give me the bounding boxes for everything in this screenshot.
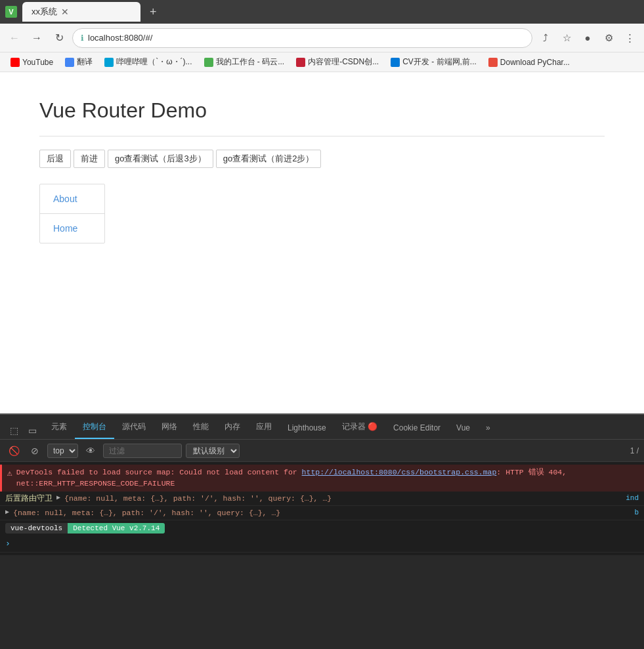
extension-icon[interactable]: ⚙ <box>599 29 618 47</box>
console-eye-icon[interactable]: 👁 <box>82 442 99 459</box>
url-bar[interactable]: ℹ localhost:8080/#/ <box>72 28 532 48</box>
router-link-home[interactable]: Home <box>40 214 104 243</box>
page-title: Vue Router Demo <box>39 98 605 123</box>
forward-history-button[interactable]: 前进 <box>74 150 105 168</box>
bookmark-gongzuotai-label: 我的工作台 - 码云... <box>216 56 285 68</box>
devtools-device-icon[interactable]: ▭ <box>24 422 41 439</box>
page-divider <box>39 136 605 136</box>
tab-elements[interactable]: 元素 <box>43 417 75 439</box>
log-prefix-1: 后置路由守卫 <box>5 493 53 504</box>
cv-favicon <box>391 58 400 67</box>
devtools-tab-icons: ⬚ ▭ <box>3 422 43 439</box>
devtools-tabs: ⬚ ▭ 元素 控制台 源代码 网络 性能 内存 应用 Lighthouse 记录… <box>0 415 644 440</box>
csdn-favicon <box>296 58 305 67</box>
toolbar-icons: ⤴ ☆ ● ⚙ ⋮ <box>536 29 639 47</box>
tab-network[interactable]: 网络 <box>154 417 185 439</box>
tab-label: xx系统 <box>32 6 57 18</box>
vue-devtools-badge: vue-devtools Detected Vue v2.7.14 <box>5 523 165 534</box>
bookmark-youtube-label: YouTube <box>22 58 53 67</box>
bilibili-favicon <box>104 58 114 67</box>
bookmark-youtube[interactable]: YouTube <box>5 56 58 69</box>
expand-arrow-1[interactable]: ▶ <box>56 493 60 503</box>
bookmark-cv[interactable]: CV开发 - 前端网,前... <box>385 54 482 70</box>
tab-memory[interactable]: 内存 <box>217 417 248 439</box>
error-link[interactable]: http://localhost:8080/css/bootstrap.css.… <box>302 468 497 476</box>
tab-cookie-editor[interactable]: Cookie Editor <box>385 419 448 439</box>
lock-icon: ℹ <box>81 33 84 43</box>
console-filter-input[interactable] <box>103 444 182 458</box>
bookmark-csdn[interactable]: 内容管理-CSDN创... <box>291 54 384 70</box>
log-link-1[interactable]: ind <box>626 493 639 504</box>
console-error-line: ⚠ DevTools failed to load source map: Co… <box>0 465 644 492</box>
devtools-content: ⚠ DevTools failed to load source map: Co… <box>0 462 644 555</box>
router-nav: About Home <box>39 184 105 243</box>
bookmark-jetbrains-label: Download PyChar... <box>500 58 570 67</box>
log-text-2: {name: null, meta: {…}, path: '/', hash:… <box>13 507 280 518</box>
back-button[interactable]: ← <box>5 29 24 47</box>
bookmarks-bar: YouTube 翻译 哔哩哔哩（`・ω・´)... 我的工作台 - 码云... … <box>0 52 644 72</box>
go-back-3-button[interactable]: go查看测试（后退3步） <box>108 150 213 168</box>
vue-badge-left: vue-devtools <box>5 523 68 534</box>
share-icon[interactable]: ⤴ <box>536 29 555 47</box>
error-text: DevTools failed to load source map: Coul… <box>16 467 639 490</box>
menu-icon[interactable]: ⋮ <box>620 29 639 47</box>
reload-button[interactable]: ↻ <box>50 29 68 47</box>
go-forward-2-button[interactable]: go查看测试（前进2步） <box>216 150 322 168</box>
bookmark-bilibili-label: 哔哩哔哩（`・ω・´)... <box>116 56 192 68</box>
bookmark-bilibili[interactable]: 哔哩哔哩（`・ω・´)... <box>99 54 197 70</box>
console-log-line-1: 后置路由守卫 ▶ {name: null, meta: {…}, path: '… <box>0 492 644 506</box>
bookmark-translate-label: 翻译 <box>77 56 93 68</box>
browser-titlebar: V xx系统 ✕ + <box>0 0 644 24</box>
tab-application[interactable]: 应用 <box>248 417 280 439</box>
bookmark-jetbrains[interactable]: Download PyChar... <box>483 56 575 69</box>
tab-vue[interactable]: Vue <box>448 419 478 439</box>
browser-favicon: V <box>5 6 17 18</box>
youtube-favicon <box>11 58 20 67</box>
console-capture-icon[interactable]: ⊘ <box>26 442 43 459</box>
tab-console[interactable]: 控制台 <box>75 417 114 439</box>
tab-performance[interactable]: 性能 <box>185 417 217 439</box>
bookmark-csdn-label: 内容管理-CSDN创... <box>308 56 379 68</box>
console-log-line-2: ▶ {name: null, meta: {…}, path: '/', has… <box>0 506 644 520</box>
browser-tab[interactable]: xx系统 ✕ <box>22 2 140 22</box>
tab-lighthouse[interactable]: Lighthouse <box>280 419 334 439</box>
forward-button[interactable]: → <box>28 29 46 47</box>
tab-recorder[interactable]: 记录器 🔴 <box>334 417 385 439</box>
translate-favicon <box>65 58 74 67</box>
browser-content: Vue Router Demo 后退 前进 go查看测试（后退3步） go查看测… <box>0 72 644 413</box>
console-context-select[interactable]: top <box>47 444 78 458</box>
bookmark-gongzuotai[interactable]: 我的工作台 - 码云... <box>199 54 290 70</box>
tab-close-button[interactable]: ✕ <box>61 7 69 17</box>
console-clear-icon[interactable]: 🚫 <box>5 442 22 459</box>
console-level-select[interactable]: 默认级别 <box>186 444 240 458</box>
devtools-panel: ⬚ ▭ 元素 控制台 源代码 网络 性能 内存 应用 Lighthouse 记录… <box>0 413 644 649</box>
profile-icon[interactable]: ● <box>578 29 597 47</box>
url-text: localhost:8080/#/ <box>88 33 524 43</box>
log-link-2[interactable]: b <box>634 507 639 518</box>
console-prompt-line: › <box>0 536 644 553</box>
tab-more[interactable]: » <box>478 419 498 439</box>
jetbrains-favicon <box>488 58 498 67</box>
new-tab-button[interactable]: + <box>146 5 161 19</box>
console-page-number: 1 / <box>630 446 639 455</box>
vue-badge-right: Detected Vue v2.7.14 <box>68 523 165 534</box>
bookmark-translate[interactable]: 翻译 <box>60 54 98 70</box>
bookmark-icon[interactable]: ☆ <box>557 29 576 47</box>
back-history-button[interactable]: 后退 <box>39 150 71 168</box>
tab-sources[interactable]: 源代码 <box>114 417 154 439</box>
devtools-toolbar: 🚫 ⊘ top 👁 默认级别 1 / <box>0 440 644 462</box>
gongzuotai-favicon <box>204 58 213 67</box>
warning-icon: ⚠ <box>7 467 12 480</box>
browser-toolbar: ← → ↻ ℹ localhost:8080/#/ ⤴ ☆ ● ⚙ ⋮ <box>0 24 644 52</box>
console-prompt-arrow[interactable]: › <box>5 537 11 551</box>
nav-buttons: 后退 前进 go查看测试（后退3步） go查看测试（前进2步） <box>39 150 605 168</box>
router-link-about[interactable]: About <box>40 184 104 214</box>
devtools-inspect-icon[interactable]: ⬚ <box>5 422 22 439</box>
log-text-1: {name: null, meta: {…}, path: '/', hash:… <box>64 493 332 504</box>
bookmark-cv-label: CV开发 - 前端网,前... <box>402 56 477 68</box>
expand-arrow-2[interactable]: ▶ <box>5 507 9 517</box>
